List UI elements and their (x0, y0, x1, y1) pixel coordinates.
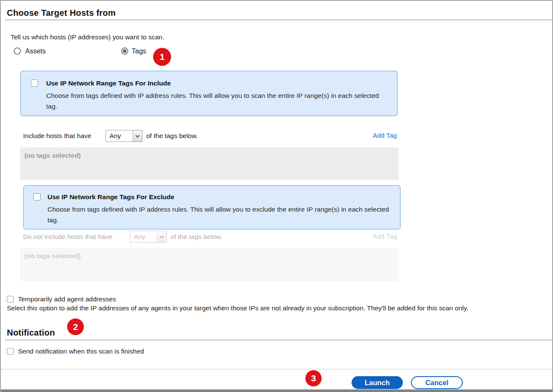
agent-addresses-description: Select this option to add the IP address… (7, 304, 468, 312)
include-tags-empty-box[interactable]: (no tags selected) (20, 147, 399, 180)
launch-button[interactable]: Launch (352, 376, 403, 389)
radio-assets-label[interactable]: Assets (25, 47, 46, 55)
annotation-step-1: 1 (153, 48, 171, 66)
exclude-tags-checkbox[interactable] (33, 193, 41, 200)
exclude-tags-empty-label: (no tags selected) (20, 248, 399, 260)
agent-addresses-label[interactable]: Temporarily add agent addresses (18, 295, 116, 303)
exclude-tags-title: Use IP Network Range Tags For Exclude (47, 193, 174, 201)
exclude-tags-empty-box: (no tags selected) (20, 248, 399, 281)
include-match-select[interactable]: Any (106, 130, 142, 142)
cancel-button[interactable]: Cancel (411, 376, 463, 389)
exclude-match-select-value: Any (130, 233, 157, 241)
include-match-label-after: of the tags below. (146, 132, 198, 140)
notification-checkbox-label[interactable]: Send notification when this scan is fini… (18, 348, 144, 355)
radio-tags[interactable] (121, 47, 128, 55)
include-tags-empty-label: (no tags selected) (20, 147, 399, 159)
radio-tags-label[interactable]: Tags (132, 47, 146, 55)
scan-target-dialog: Choose Target Hosts from Tell us which h… (0, 0, 553, 392)
window-bottom-edge (1, 389, 552, 392)
include-tags-title: Use IP Network Range Tags For Include (46, 80, 171, 87)
add-tag-link[interactable]: Add Tag (373, 132, 397, 139)
title-divider (5, 20, 552, 20)
radio-assets[interactable] (14, 47, 21, 55)
exclude-tags-description: Choose from tags defined with IP address… (47, 204, 390, 225)
annotation-step-2: 2 (67, 318, 84, 335)
exclude-tags-panel: Use IP Network Range Tags For Exclude Ch… (23, 185, 401, 230)
agent-addresses-checkbox[interactable] (7, 296, 14, 303)
include-tags-checkbox[interactable] (31, 80, 38, 87)
exclude-match-label-after: of the tags below. (171, 233, 222, 241)
page-title: Choose Target Hosts from (7, 8, 115, 18)
include-tags-panel: Use IP Network Range Tags For Include Ch… (20, 71, 398, 116)
add-tag-link-disabled: Add Tag (373, 233, 397, 240)
chevron-down-icon (157, 231, 166, 242)
notification-title: Notification (7, 328, 55, 338)
annotation-step-3: 3 (305, 370, 322, 386)
intro-text: Tell us which hosts (IP addresses) you w… (11, 33, 164, 41)
include-match-select-value: Any (106, 132, 133, 140)
chevron-down-icon[interactable] (133, 130, 142, 141)
exclude-match-select: Any (130, 231, 167, 243)
footer-divider (1, 369, 552, 369)
include-tags-description: Choose from tags defined with IP address… (46, 90, 380, 112)
exclude-match-label: Do not include hosts that have (23, 233, 112, 241)
include-match-label: Include hosts that have (23, 132, 91, 140)
notification-divider (5, 340, 552, 340)
notification-checkbox[interactable] (7, 348, 14, 355)
